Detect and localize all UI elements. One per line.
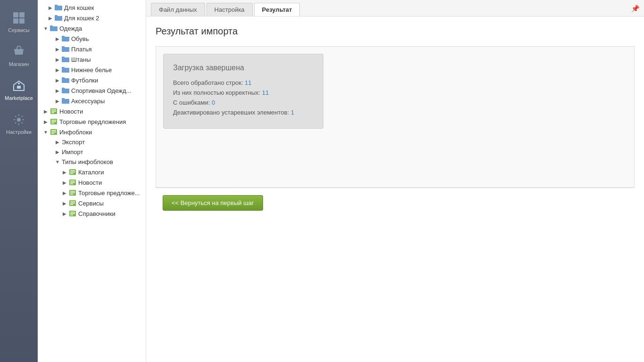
tree-label-novosti: Новости (59, 108, 83, 115)
sidebar-label-shop: Магазин (9, 61, 29, 67)
tree-item-obuv[interactable]: ▶ Обувь (38, 33, 146, 44)
tree-item-novosti2[interactable]: ▶ Новости (38, 177, 146, 188)
tree-item-torgovye[interactable]: ▶ Торговые предложения (38, 116, 146, 127)
tree-item-import[interactable]: ▶ Импорт (38, 147, 146, 157)
result-box-title: Загрузка завершена (173, 64, 314, 72)
tree-label-torgovye: Торговые предложения (59, 118, 126, 125)
result-line-0: Всего обработано строк: 11 (173, 79, 314, 86)
tree-label-dlya-koshek-2: Для кошек 2 (64, 15, 99, 22)
tree-item-spravochniki[interactable]: ▶ Справочники (38, 208, 146, 219)
tree-item-shtany[interactable]: ▶ Штаны (38, 54, 146, 65)
arrow-aksessuary: ▶ (54, 98, 61, 104)
tree-label-tipy: Типы инфоблоков (62, 158, 113, 165)
arrow-dlya-koshek-2: ▶ (47, 15, 54, 21)
page-title: Результат импорта (156, 26, 635, 37)
tree-item-sportivnaya[interactable]: ▶ Спортивная Одежд... (38, 85, 146, 96)
result-line-3: Деактивировано устаревших элементов: 1 (173, 109, 314, 116)
arrow-novosti: ▶ (42, 108, 49, 115)
arrow-nizhnee-bele: ▶ (54, 66, 61, 73)
arrow-tipy: ▼ (54, 159, 61, 165)
tab-file-data[interactable]: Файл данных (151, 3, 205, 16)
tree-item-platya[interactable]: ▶ Платья (38, 44, 146, 54)
tree-label-obuv: Обувь (71, 35, 89, 42)
tree-item-torgovye2[interactable]: ▶ Торговые предложе... (38, 188, 146, 198)
marketplace-icon (11, 78, 26, 93)
tree-item-katalogi[interactable]: ▶ Каталоги (38, 167, 146, 177)
result-container: Загрузка завершена Всего обработано стро… (156, 46, 635, 188)
tree-item-odezhda[interactable]: ▼ Одежда (38, 23, 146, 33)
sidebar-label-marketplace: Marketplace (5, 95, 33, 101)
sidebar-item-shop[interactable]: Магазин (0, 39, 38, 73)
sidebar-label-settings: Настройки (6, 129, 32, 135)
svg-point-4 (18, 82, 20, 84)
tree-label-eksport: Экспорт (62, 139, 85, 146)
tree-label-torgovye2: Торговые предложе... (78, 189, 140, 197)
sidebar-label-services: Сервисы (8, 27, 30, 33)
arrow-odezhda: ▼ (42, 25, 49, 32)
tree-label-shtany: Штаны (71, 56, 91, 63)
sidebar-item-services[interactable]: Сервисы (0, 5, 38, 39)
tree-item-infobloki[interactable]: ▼ Инфоблоки (38, 127, 146, 137)
svg-rect-1 (19, 12, 25, 17)
tab-settings[interactable]: Настройка (206, 3, 253, 16)
tree-label-import: Импорт (62, 148, 83, 156)
tree-item-nizhnee-bele[interactable]: ▶ Нижнее белье (38, 65, 146, 75)
tree-label-dlya-koshek: Для кошек (64, 4, 94, 11)
sidebar-item-marketplace[interactable]: Marketplace (0, 73, 38, 107)
tree-label-sportivnaya: Спортивная Одежд... (71, 87, 131, 94)
tree-panel: ▶ Для кошек ▶ Для кошек 2 ▼ Одежда ▶ Обу… (38, 0, 146, 362)
arrow-shtany: ▶ (54, 56, 61, 63)
back-button[interactable]: << Вернуться на первый шаг (163, 195, 263, 211)
arrow-obuv: ▶ (54, 35, 61, 42)
result-line-1: Из них полностью корректных: 11 (173, 89, 314, 96)
arrow-katalogi: ▶ (61, 169, 68, 175)
arrow-torgovye: ▶ (42, 118, 49, 125)
sidebar-item-settings[interactable]: Настройки (0, 107, 38, 140)
tree-item-dlya-koshek[interactable]: ▶ Для кошек (38, 2, 146, 13)
arrow-infobloki: ▼ (42, 129, 49, 135)
tab-result[interactable]: Результат (254, 3, 300, 16)
tree-item-futbolki[interactable]: ▶ Футболки (38, 75, 146, 85)
svg-rect-3 (19, 18, 25, 24)
arrow-novosti2: ▶ (61, 179, 68, 186)
tree-label-servisy: Сервисы (78, 200, 104, 207)
tree-item-novosti[interactable]: ▶ Новости (38, 106, 146, 116)
shop-icon (11, 44, 26, 59)
arrow-spravochniki: ▶ (61, 210, 68, 217)
result-box: Загрузка завершена Всего обработано стро… (163, 54, 323, 129)
settings-icon (11, 112, 26, 127)
arrow-servisy: ▶ (61, 200, 68, 206)
arrow-futbolki: ▶ (54, 77, 61, 83)
tree-label-odezhda: Одежда (59, 25, 82, 32)
tree-label-aksessuary: Аксессуары (71, 98, 105, 105)
result-line-2: С ошибками: 0 (173, 99, 314, 106)
arrow-import: ▶ (54, 149, 61, 156)
arrow-torgovye2: ▶ (61, 189, 68, 196)
tree-label-katalogi: Каталоги (78, 169, 104, 176)
svg-rect-0 (13, 12, 18, 17)
content-area: Результат импорта Загрузка завершена Все… (146, 16, 644, 362)
main-content: Файл данных Настройка Результат 📌 Резуль… (146, 0, 644, 362)
svg-point-5 (17, 118, 21, 122)
tree-label-novosti2: Новости (78, 179, 102, 186)
tree-item-eksport[interactable]: ▶ Экспорт (38, 137, 146, 147)
services-icon (11, 10, 26, 25)
tree-item-tipy-infoblokov[interactable]: ▼ Типы инфоблоков (38, 157, 146, 167)
sidebar: Сервисы Магазин Marketplace Настрой (0, 0, 38, 362)
tabs-bar: Файл данных Настройка Результат 📌 (146, 0, 644, 16)
arrow-eksport: ▶ (54, 139, 61, 146)
arrow-sportivnaya: ▶ (54, 87, 61, 94)
tree-label-futbolki: Футболки (71, 77, 98, 84)
button-area: << Вернуться на первый шаг 📌 (156, 188, 635, 218)
tree-item-servisy[interactable]: ▶ Сервисы (38, 198, 146, 208)
tree-label-nizhnee-bele: Нижнее белье (71, 66, 112, 74)
tree-item-aksessuary[interactable]: ▶ Аксессуары (38, 96, 146, 106)
arrow-dlya-koshek: ▶ (47, 4, 54, 11)
tree-item-dlya-koshek-2[interactable]: ▶ Для кошек 2 (38, 13, 146, 23)
tree-label-spravochniki: Справочники (78, 210, 116, 217)
arrow-platya: ▶ (54, 46, 61, 52)
tree-label-infobloki: Инфоблоки (59, 129, 92, 136)
tree-label-platya: Платья (71, 46, 92, 53)
svg-rect-2 (13, 18, 18, 24)
